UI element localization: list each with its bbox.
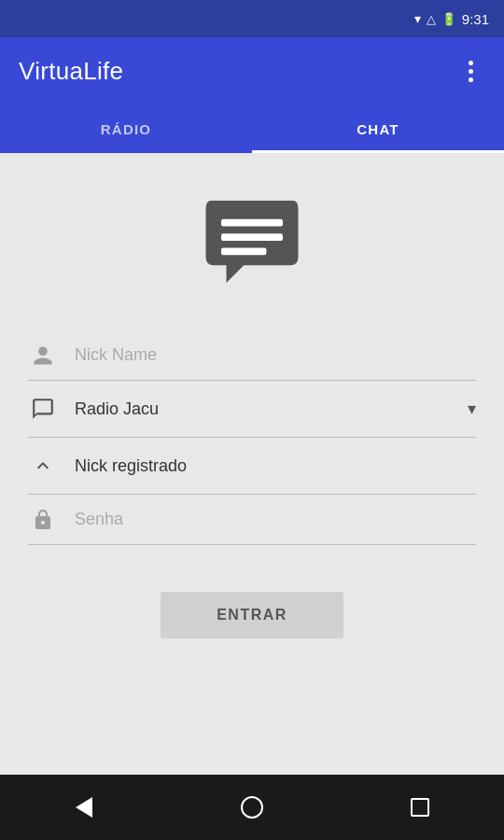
tab-radio[interactable]: RÁDIO <box>0 105 252 153</box>
chat-bubble-icon <box>201 190 303 293</box>
nick-type-row: Nick registrado <box>28 438 476 495</box>
nickname-input[interactable] <box>75 340 476 371</box>
wifi-icon: ▾ <box>414 11 421 26</box>
svg-rect-1 <box>221 233 283 241</box>
app-bar: VirtuaLife <box>0 37 504 105</box>
tab-bar: RÁDIO CHAT <box>0 105 504 153</box>
app-title: VirtuaLife <box>19 57 123 86</box>
main-content: Radio Jacu ▾ Nick registrado ENTRAR <box>0 153 504 638</box>
chat-icon-container <box>201 190 303 293</box>
button-container: ENTRAR <box>0 592 504 638</box>
home-button[interactable] <box>229 784 275 831</box>
battery-icon: 🔋 <box>441 12 456 26</box>
home-circle-icon <box>241 796 263 819</box>
dropdown-arrow-icon: ▾ <box>468 399 476 419</box>
nickname-row <box>28 330 476 381</box>
nick-type-label: Nick registrado <box>75 456 187 476</box>
radio-dropdown-row[interactable]: Radio Jacu ▾ <box>28 381 476 438</box>
radio-icon <box>28 394 58 424</box>
status-icons: ▾ △ 🔋 9:31 <box>414 11 489 27</box>
back-triangle-icon <box>76 797 92 818</box>
person-icon <box>28 341 58 371</box>
bottom-nav-bar <box>0 775 504 840</box>
entrar-button[interactable]: ENTRAR <box>161 592 343 638</box>
radio-dropdown-value: Radio Jacu <box>75 399 451 419</box>
tab-chat[interactable]: CHAT <box>252 105 504 153</box>
signal-icon: △ <box>427 12 436 26</box>
more-options-button[interactable] <box>455 56 485 86</box>
form-area: Radio Jacu ▾ Nick registrado <box>0 330 504 545</box>
back-button[interactable] <box>61 784 107 831</box>
recent-square-icon <box>411 798 429 817</box>
password-row <box>28 495 476 545</box>
password-input[interactable] <box>75 504 476 535</box>
svg-rect-0 <box>221 219 283 227</box>
chevron-up-icon <box>28 451 58 481</box>
recent-apps-button[interactable] <box>397 784 443 831</box>
svg-rect-2 <box>221 248 266 256</box>
lock-icon <box>28 505 58 535</box>
status-bar: ▾ △ 🔋 9:31 <box>0 0 504 37</box>
status-time: 9:31 <box>462 11 489 27</box>
